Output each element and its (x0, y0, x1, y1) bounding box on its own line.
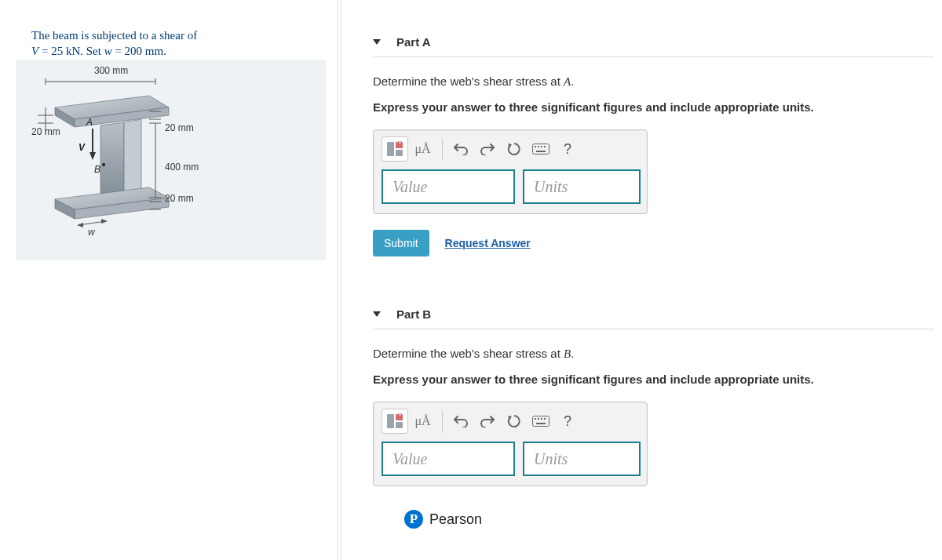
svg-rect-36 (544, 146, 546, 147)
label-B: B (94, 164, 100, 175)
help-label: ? (564, 141, 571, 158)
svg-rect-41 (396, 422, 403, 428)
keyboard-icon[interactable] (529, 409, 553, 433)
svg-marker-12 (89, 152, 96, 160)
svg-rect-45 (538, 418, 539, 420)
part-a-request-answer-link[interactable]: Request Answer (445, 237, 531, 249)
part-b-value-input[interactable] (382, 442, 515, 476)
part-a-question: Determine the web's shear stress at A. (373, 75, 934, 89)
svg-rect-47 (544, 418, 546, 420)
part-a: Part A Determine the web's shear stress … (373, 27, 934, 256)
svg-point-13 (102, 163, 105, 166)
txt-mid: . Set (80, 45, 104, 57)
eq-V: = 25 kN (38, 45, 80, 57)
dim-left: 20 mm (31, 126, 60, 137)
reset-icon[interactable] (502, 409, 526, 433)
var-V: V (31, 45, 38, 57)
var-w: w (104, 45, 112, 57)
answer-pane: Part A Determine the web's shear stress … (334, 0, 942, 536)
svg-rect-29 (399, 141, 401, 144)
part-b-title: Part B (396, 307, 431, 321)
special-chars-label: μÅ (414, 142, 430, 156)
svg-marker-25 (77, 223, 83, 227)
svg-rect-33 (535, 146, 536, 147)
part-a-value-input[interactable] (382, 169, 515, 204)
part-a-submit-button[interactable]: Submit (373, 230, 429, 256)
svg-rect-35 (541, 146, 542, 147)
part-b-units-input[interactable] (523, 442, 641, 476)
special-chars-icon[interactable]: μÅ (411, 137, 443, 161)
svg-rect-37 (536, 151, 546, 152)
qA-var: A (564, 75, 571, 88)
part-a-instruction: Express your answer to three significant… (373, 100, 934, 114)
qB-pre: Determine the web's shear stress at (373, 347, 564, 360)
qA-post: . (571, 75, 574, 88)
svg-rect-32 (533, 144, 550, 155)
dim-top: 300 mm (94, 65, 128, 76)
problem-line1: The beam is subjected to a shear of (31, 29, 197, 42)
part-a-header[interactable]: Part A (373, 27, 934, 57)
help-label: ? (564, 413, 571, 430)
special-chars-icon[interactable]: μÅ (411, 409, 443, 433)
dim-r3: 20 mm (165, 193, 194, 204)
svg-marker-26 (101, 219, 108, 224)
pane-divider (338, 0, 341, 536)
label-w: w (88, 227, 96, 238)
svg-rect-48 (536, 423, 546, 424)
undo-icon[interactable] (449, 137, 473, 161)
label-V: V (78, 142, 86, 153)
part-a-answer-box: μÅ ? (373, 129, 648, 214)
qB-post: . (571, 347, 574, 360)
redo-icon[interactable] (476, 137, 499, 161)
part-b-question: Determine the web's shear stress at B. (373, 347, 934, 361)
reset-icon[interactable] (502, 137, 526, 161)
svg-rect-40 (399, 413, 401, 416)
svg-rect-43 (533, 416, 550, 427)
brand-name: Pearson (429, 511, 482, 528)
special-chars-label: μÅ (414, 414, 430, 428)
eq-w: = 200 mm (112, 45, 164, 57)
part-b-answer-box: μÅ ? (373, 402, 648, 486)
part-a-units-input[interactable] (523, 169, 641, 204)
problem-pane: The beam is subjected to a shear of V = … (0, 0, 334, 276)
templates-icon[interactable] (382, 409, 408, 434)
svg-rect-46 (541, 418, 542, 420)
qB-var: B (564, 347, 571, 360)
svg-rect-27 (387, 142, 394, 156)
part-b: Part B Determine the web's shear stress … (373, 300, 934, 486)
chevron-down-icon (373, 39, 381, 45)
help-icon[interactable]: ? (556, 409, 579, 433)
part-a-title: Part A (396, 35, 431, 49)
dim-r1: 20 mm (165, 122, 194, 133)
help-icon[interactable]: ? (556, 137, 579, 161)
problem-figure: 300 mm (16, 60, 326, 260)
keyboard-icon[interactable] (529, 137, 553, 161)
pearson-logo-icon: P (404, 510, 423, 529)
part-b-header[interactable]: Part B (373, 300, 934, 329)
part-a-toolbar: μÅ ? (374, 130, 647, 169)
part-b-instruction: Express your answer to three significant… (373, 373, 934, 386)
redo-icon[interactable] (476, 409, 499, 433)
part-b-toolbar: μÅ ? (374, 402, 647, 442)
txt-end: . (163, 45, 166, 57)
qA-pre: Determine the web's shear stress at (373, 75, 564, 88)
dim-r2: 400 mm (165, 162, 199, 173)
brand-footer: P Pearson (373, 510, 934, 529)
templates-icon[interactable] (382, 136, 408, 162)
undo-icon[interactable] (449, 409, 473, 433)
chevron-down-icon (373, 311, 381, 317)
svg-rect-30 (396, 150, 403, 156)
svg-rect-38 (387, 414, 394, 428)
svg-rect-34 (538, 146, 539, 147)
problem-statement: The beam is subjected to a shear of V = … (16, 27, 318, 60)
label-A: A (86, 117, 93, 128)
svg-rect-44 (535, 418, 536, 420)
